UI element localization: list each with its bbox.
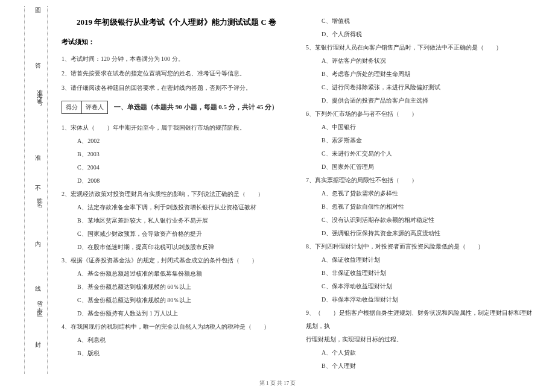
option: D、2008 — [77, 174, 291, 188]
option: C、增值税 — [322, 14, 536, 28]
binding-margin: 圆 答 准考证号 准 不 姓名 内 线 省（市区） 封 — [12, 6, 48, 374]
option: A、基金份额总额超过核准的最低募集份额总额 — [77, 267, 291, 280]
option: D、国家外汇管理局 — [322, 160, 536, 174]
question-stem: 8、下列四种理财计划中，对投资者而言投资风险最低的是（ ） — [306, 240, 536, 253]
dotted-line-inner — [47, 6, 48, 374]
question-options-cont: C、增值税 D、个人所得税 — [306, 14, 536, 41]
question-stem: 4、在我国现行的税制结构中，唯一的完全以自然人为纳税人的税种是（ ） — [62, 320, 291, 334]
score-box: 得分 评卷人 — [62, 101, 108, 114]
dotted-line-outer — [24, 6, 25, 374]
option: D、在股市低迷时期，提高印花税可以刺激股市反弹 — [77, 241, 291, 254]
question-options: A、忽视了贷款需求的多样性 B、忽视了贷款自偿性的相对性 C、没有认识到活期存款… — [306, 187, 536, 240]
question-stem: 3、根据《证券投资基金法》的规定，封闭式基金成立的条件包括（ ） — [62, 254, 291, 267]
option: A、2002 — [77, 134, 291, 148]
side-char: 内 — [35, 240, 41, 248]
option: C、未进行外汇交易的个人 — [322, 147, 536, 160]
option: A、中国银行 — [322, 121, 536, 134]
score-cell-rater: 评卷人 — [82, 101, 107, 113]
side-label-ticket: 准考证号 — [35, 84, 43, 99]
question-stem: 1、宋体从（ ）年中期开始至今，属于我国银行市场的规范阶段。 — [62, 121, 291, 134]
option: B、考虑客户所处的理财生命周期 — [322, 68, 536, 81]
option: D、个人所得税 — [322, 28, 536, 41]
side-char: 圆 — [35, 6, 41, 14]
option: B、非保证收益理财计划 — [322, 267, 536, 280]
option: B、版税 — [77, 347, 291, 360]
question-stem-cont: 行理财规划，实现理财目标的过程。 — [306, 333, 536, 346]
instruction-line: 2、请首先按要求在试卷的指定位置填写您的姓名、准考证号等信息。 — [62, 67, 291, 80]
question-options: A、基金份额总额超过核准的最低募集份额总额 B、基金份额总额达到核准规模的 60… — [62, 267, 291, 320]
option: D、强调银行应保持其资金来源的高度流动性 — [322, 227, 536, 240]
section-title: 一、单选题（本题共 90 小题，每题 0.5 分，共计 45 分） — [114, 103, 278, 112]
question-stem: 7、真实票据理论的局限性不包括（ ） — [306, 174, 536, 187]
question-options: A、利息税 B、版税 — [62, 334, 291, 360]
question-stem: 5、某银行理财人员在向客户销售产品时，下列做法中不正确的是（ ） — [306, 41, 536, 54]
side-char: 答 — [35, 62, 41, 70]
section-header-row: 得分 评卷人 一、单选题（本题共 90 小题，每题 0.5 分，共计 45 分） — [62, 96, 291, 118]
question-options: A、2002 B、2003 C、2004 D、2008 — [62, 134, 291, 188]
question-options: A、中国银行 B、索罗斯基金 C、未进行外汇交易的个人 D、国家外汇管理局 — [306, 121, 536, 174]
option: C、进行问卷排除紧张，未进行风险偏好测试 — [322, 81, 536, 94]
side-char: 准 — [35, 154, 41, 162]
option: C、保本浮动收益理财计划 — [322, 280, 536, 293]
instruction-line: 1、考试时间：120 分钟，本卷满分为 100 分。 — [62, 52, 291, 66]
option: A、忽视了贷款需求的多样性 — [322, 187, 536, 200]
option: D、非保本浮动收益理财计划 — [322, 293, 536, 306]
option: B、基金份额总额达到核准规模的 60％以上 — [77, 280, 291, 294]
left-column: 2019 年初级银行从业考试《个人理财》能力测试试题 C 卷 考试须知： 1、考… — [54, 6, 299, 374]
option: A、法定存款准备金率下调，利于刺激投资增长银行从业资格证教材 — [77, 201, 291, 214]
option: A、保证收益理财计划 — [322, 253, 536, 267]
exam-title: 2019 年初级银行从业考试《个人理财》能力测试试题 C 卷 — [62, 17, 291, 28]
option: D、提供合适的投资产品给客户自主选择 — [322, 94, 536, 107]
option: D、基金份额持有人数达到 1 万人以上 — [77, 307, 291, 320]
option: A、个人贷款 — [322, 346, 536, 359]
side-label-name: 姓名 — [35, 193, 43, 200]
option: B、索罗斯基金 — [322, 134, 536, 147]
question-stem: 2、宏观经济政策对投资理财具有实质性的影响，下列说法正确的是（ ） — [62, 188, 291, 201]
side-label-province: 省（市区） — [35, 296, 43, 314]
question-options: A、个人贷款 B、个人理财 — [306, 346, 536, 373]
question-options: A、法定存款准备金率下调，利于刺激投资增长银行从业资格证教材 B、某地区贫富差距… — [62, 201, 291, 254]
option: C、2004 — [77, 161, 291, 174]
question-options: A、评估客户的财务状况 B、考虑客户所处的理财生命周期 C、进行问卷排除紧张，未… — [306, 54, 536, 107]
option: C、国家减少财政预算，会导致资产价格的提升 — [77, 227, 291, 241]
question-stem: 9、（ ）是指客户根据自身生涯规划、财务状况和风险属性，制定理财目标和理财规划，… — [306, 306, 536, 333]
side-char: 封 — [35, 341, 41, 349]
side-char: 不 — [35, 184, 41, 192]
option: A、评估客户的财务状况 — [322, 54, 536, 68]
option: B、忽视了贷款自偿性的相对性 — [322, 200, 536, 213]
question-stem: 6、下列外汇市场的参与者不包括（ ） — [306, 107, 536, 121]
option: B、某地区贫富差距较大，私人银行业务不易开展 — [77, 214, 291, 227]
score-cell-score: 得分 — [62, 101, 82, 113]
option: B、2003 — [77, 148, 291, 161]
option: A、利息税 — [77, 334, 291, 347]
option: B、个人理财 — [322, 359, 536, 373]
content-columns: 2019 年初级银行从业考试《个人理财》能力测试试题 C 卷 考试须知： 1、考… — [48, 6, 543, 374]
exam-page: 圆 答 准考证号 准 不 姓名 内 线 省（市区） 封 2019 年初级银行从业… — [0, 0, 555, 374]
page-footer: 第 1 页 共 17 页 — [0, 379, 555, 387]
question-options: A、保证收益理财计划 B、非保证收益理财计划 C、保本浮动收益理财计划 D、非保… — [306, 253, 536, 306]
option: C、没有认识到活期存款余额的相对稳定性 — [322, 213, 536, 227]
instruction-line: 3、请仔细阅读各种题目的回答要求，在密封线内答题，否则不予评分。 — [62, 81, 291, 95]
side-char: 线 — [35, 285, 41, 293]
notice-heading: 考试须知： — [62, 37, 291, 46]
right-column: C、增值税 D、个人所得税 5、某银行理财人员在向客户销售产品时，下列做法中不正… — [299, 6, 543, 374]
option: C、基金份额总额达到核准规模的 80％以上 — [77, 294, 291, 307]
